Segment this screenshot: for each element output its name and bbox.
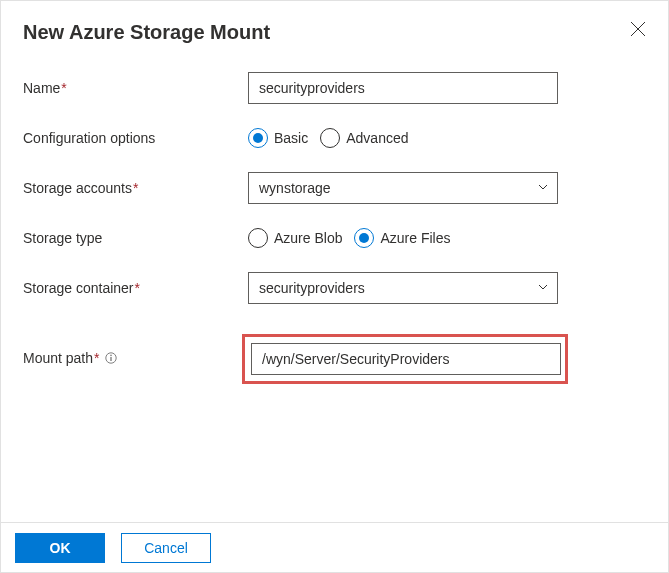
radio-icon xyxy=(248,228,268,248)
radio-basic[interactable]: Basic xyxy=(248,128,308,148)
row-storage-type: Storage type Azure Blob Azure Files xyxy=(23,228,646,248)
label-name: Name* xyxy=(23,80,248,96)
label-storage-accounts-text: Storage accounts xyxy=(23,180,132,196)
storage-accounts-value: wynstorage xyxy=(259,180,331,196)
storage-container-select[interactable]: securityproviders xyxy=(248,272,558,304)
radio-advanced[interactable]: Advanced xyxy=(320,128,408,148)
row-mount-path: Mount path* xyxy=(23,334,646,384)
radio-azure-files[interactable]: Azure Files xyxy=(354,228,450,248)
label-storage-container: Storage container* xyxy=(23,280,248,296)
label-mount-path-text: Mount path xyxy=(23,350,93,366)
required-mark: * xyxy=(133,180,138,196)
mount-path-input[interactable] xyxy=(251,343,561,375)
radio-azure-blob[interactable]: Azure Blob xyxy=(248,228,342,248)
new-storage-mount-dialog: New Azure Storage Mount Name* Configurat… xyxy=(1,1,668,572)
svg-point-3 xyxy=(111,354,113,356)
close-icon[interactable] xyxy=(630,21,646,37)
row-storage-container: Storage container* securityproviders xyxy=(23,272,646,304)
radio-icon xyxy=(320,128,340,148)
radio-basic-label: Basic xyxy=(274,130,308,146)
radio-icon xyxy=(248,128,268,148)
row-name: Name* xyxy=(23,72,646,104)
row-storage-accounts: Storage accounts* wynstorage xyxy=(23,172,646,204)
radio-advanced-label: Advanced xyxy=(346,130,408,146)
radio-icon xyxy=(354,228,374,248)
label-storage-container-text: Storage container xyxy=(23,280,134,296)
radio-azure-blob-label: Azure Blob xyxy=(274,230,342,246)
label-storage-type: Storage type xyxy=(23,230,248,246)
name-input[interactable] xyxy=(248,72,558,104)
row-config-options: Configuration options Basic Advanced xyxy=(23,128,646,148)
cancel-button[interactable]: Cancel xyxy=(121,533,211,563)
dialog-button-bar: OK Cancel xyxy=(1,522,668,572)
label-storage-accounts: Storage accounts* xyxy=(23,180,248,196)
storage-container-value: securityproviders xyxy=(259,280,365,296)
storage-type-group: Azure Blob Azure Files xyxy=(248,228,558,248)
info-icon[interactable] xyxy=(105,351,117,367)
chevron-down-icon xyxy=(537,280,549,296)
dialog-title: New Azure Storage Mount xyxy=(23,21,646,44)
ok-button[interactable]: OK xyxy=(15,533,105,563)
label-config-options: Configuration options xyxy=(23,130,248,146)
config-options-group: Basic Advanced xyxy=(248,128,558,148)
storage-accounts-select[interactable]: wynstorage xyxy=(248,172,558,204)
label-name-text: Name xyxy=(23,80,60,96)
required-mark: * xyxy=(61,80,66,96)
chevron-down-icon xyxy=(537,180,549,196)
mount-path-highlight xyxy=(242,334,568,384)
radio-azure-files-label: Azure Files xyxy=(380,230,450,246)
svg-rect-4 xyxy=(111,357,112,361)
required-mark: * xyxy=(94,350,99,366)
required-mark: * xyxy=(135,280,140,296)
label-mount-path: Mount path* xyxy=(23,350,248,367)
